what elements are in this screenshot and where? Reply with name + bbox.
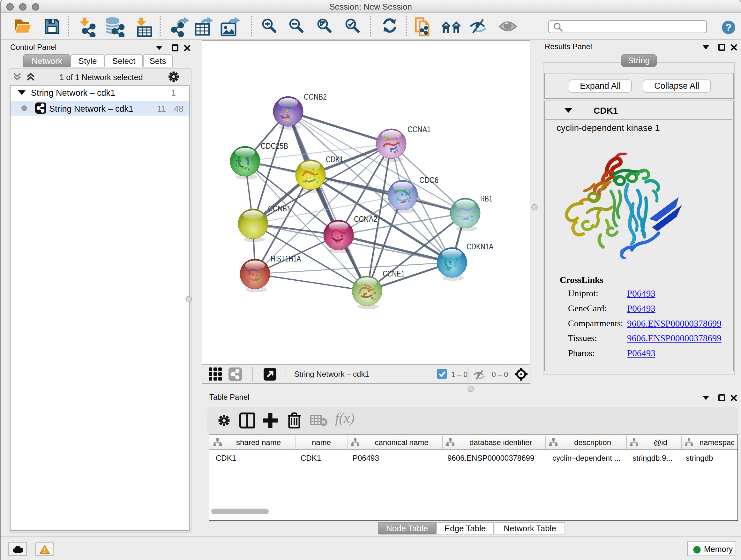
svg-text:RB1: RB1	[480, 194, 492, 203]
svg-text:CCNA2: CCNA2	[354, 214, 377, 224]
svg-text:CDC6: CDC6	[419, 175, 439, 185]
svg-text:CCNB1: CCNB1	[268, 204, 291, 213]
svg-text:CCNA1: CCNA1	[408, 125, 431, 134]
svg-text:CCNE1: CCNE1	[383, 269, 405, 278]
svg-text:CCNB2: CCNB2	[304, 92, 327, 102]
svg-text:CDK1: CDK1	[326, 154, 343, 164]
svg-text:CDC25B: CDC25B	[261, 141, 288, 151]
svg-text:?: ?	[725, 22, 732, 33]
svg-text:HIST1H1A: HIST1H1A	[271, 254, 301, 263]
svg-text:CDKN1A: CDKN1A	[467, 242, 494, 251]
